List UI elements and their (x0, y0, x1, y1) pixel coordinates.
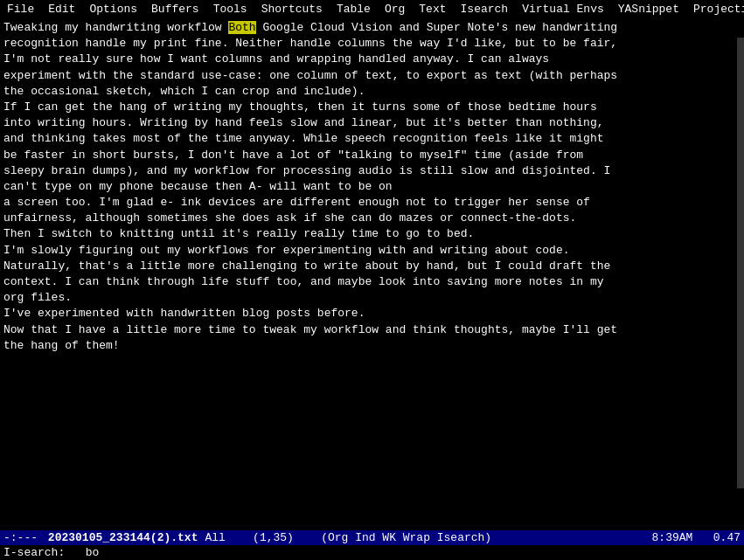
menu-item-edit[interactable]: Edit (41, 2, 82, 17)
search-highlight-th: th (242, 21, 256, 34)
status-filename: 20230105_233144(2).txt (48, 531, 198, 544)
menu-item-file[interactable]: File (0, 2, 41, 17)
search-highlight-bo: Bo (228, 21, 242, 34)
menu-item-projectile[interactable]: Projectile (686, 2, 744, 17)
status-mode: (Org Ind WK Wrap Isearch) (321, 531, 491, 544)
minibuffer-spacer (72, 546, 79, 559)
status-bar: -:--- 20230105_233144(2).txt All (1,35) … (0, 530, 744, 545)
status-spacer3 (294, 531, 321, 544)
scrollbar[interactable] (737, 38, 744, 488)
status-spacer (41, 531, 48, 544)
editor-wrapper: Tweaking my handwriting workflow Both Go… (0, 18, 744, 530)
status-spacer2 (226, 531, 253, 544)
menu-bar: FileEditOptionsBuffersToolsShortcutsTabl… (0, 0, 744, 18)
status-position: (1,35) (253, 531, 294, 544)
minibuffer-value: bo (86, 546, 100, 559)
menu-item-isearch[interactable]: Isearch (454, 2, 516, 17)
menu-item-shortcuts[interactable]: Shortcuts (254, 2, 330, 17)
minibuffer: I-search: bo (0, 545, 744, 560)
menu-item-buffers[interactable]: Buffers (144, 2, 206, 17)
status-dashes: -:--- (3, 531, 38, 544)
menu-item-virtual-envs[interactable]: Virtual Envs (515, 2, 611, 17)
minibuffer-label: I-search: (3, 546, 65, 559)
menu-item-table[interactable]: Table (330, 2, 378, 17)
menu-item-options[interactable]: Options (82, 2, 144, 17)
status-all: All (205, 531, 225, 544)
menu-item-tools[interactable]: Tools (206, 2, 254, 17)
status-time: 8:39AM 0.47 (652, 531, 741, 544)
menu-item-text[interactable]: Text (412, 2, 453, 17)
editor-area[interactable]: Tweaking my handwriting workflow Both Go… (0, 18, 744, 356)
menu-item-yasnippet[interactable]: YASnippet (611, 2, 686, 17)
menu-item-org[interactable]: Org (378, 2, 412, 17)
